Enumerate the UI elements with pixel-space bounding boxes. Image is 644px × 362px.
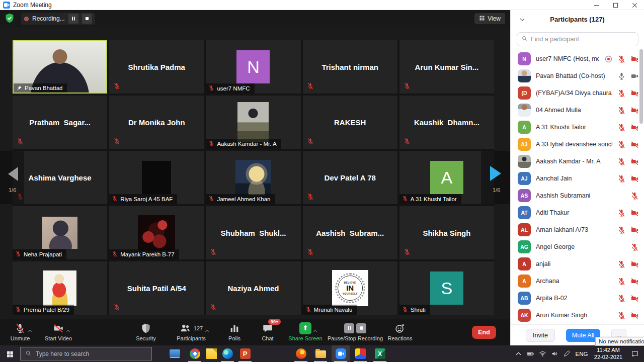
- video-tile[interactable]: RAKESH: [303, 96, 397, 149]
- start-button[interactable]: [0, 345, 20, 362]
- participant-row[interactable]: ABArpita B-02: [511, 290, 644, 307]
- next-page-arrow[interactable]: [490, 166, 501, 181]
- file-explorer-icon[interactable]: [311, 345, 330, 362]
- participant-row[interactable]: AArchana: [511, 273, 644, 290]
- video-tile[interactable]: Dev Patel A 78: [303, 151, 397, 204]
- powerpoint-icon[interactable]: [236, 345, 254, 362]
- edge-icon[interactable]: [218, 345, 236, 362]
- video-tile[interactable]: Shubham Shukl...: [206, 206, 300, 259]
- battery-icon[interactable]: [524, 345, 536, 362]
- participant-search-box[interactable]: [517, 32, 638, 46]
- taskbar-search-box[interactable]: [20, 347, 152, 360]
- video-tile[interactable]: Shikha Singh: [399, 206, 494, 259]
- muted-mic-icon: [404, 82, 411, 89]
- participant-row[interactable]: AA 31 Khushi Tailor: [511, 119, 644, 136]
- zoom-app-icon: [3, 2, 10, 9]
- tray-chevron-up-icon[interactable]: [512, 345, 524, 362]
- participant-row[interactable]: (D(FYBAF)A/34 Divya chaurasiya: [511, 84, 644, 102]
- invite-button[interactable]: Invite: [526, 329, 555, 342]
- video-tile[interactable]: Pavan Bhattad: [13, 40, 107, 94]
- notification-center-icon[interactable]: [626, 345, 644, 362]
- participant-row[interactable]: Aanjali: [511, 255, 644, 273]
- participant-row[interactable]: AGAngel George: [511, 238, 644, 255]
- security-shield-icon[interactable]: [4, 13, 15, 24]
- video-tile[interactable]: Prerna Patel B/29: [13, 261, 107, 315]
- excel-icon[interactable]: [371, 345, 389, 362]
- video-tile[interactable]: Pratham Sagar...: [13, 96, 107, 149]
- chevron-up-icon[interactable]: [65, 327, 71, 332]
- participant-row[interactable]: ATAditi Thakur: [511, 204, 644, 221]
- participant-row[interactable]: Aakash Kamdar - Mr. A: [511, 153, 644, 170]
- participant-name: Shubham Shukl...: [217, 229, 289, 237]
- taskbar-search-input[interactable]: [36, 350, 147, 357]
- participant-name: Aashish Subram...: [313, 229, 387, 237]
- recording-dot-icon: [24, 17, 29, 21]
- video-tile[interactable]: Nuser7 NMFC: [206, 40, 300, 94]
- clock[interactable]: 11:42 AM 22-02-2021: [591, 347, 626, 361]
- participant-row[interactable]: ALAman lakhani A/73: [511, 221, 644, 238]
- view-button[interactable]: View: [474, 13, 505, 24]
- video-tile[interactable]: Naziya Ahmed: [206, 261, 300, 315]
- video-tile[interactable]: Dr Monika John: [109, 96, 204, 149]
- video-tile[interactable]: Aashish Subram...: [303, 206, 397, 259]
- chevron-up-icon[interactable]: [312, 327, 318, 332]
- video-tile[interactable]: Kaushik Dhamn...: [399, 96, 494, 149]
- participant-name: Aanchal Jain: [536, 175, 612, 182]
- firefox-icon[interactable]: [292, 345, 310, 362]
- pause-recording-button[interactable]: [68, 14, 78, 24]
- participant-row[interactable]: AKArun Kumar Singh: [511, 307, 644, 324]
- maximize-button[interactable]: [607, 0, 624, 10]
- end-meeting-button[interactable]: End: [472, 326, 496, 339]
- video-tile[interactable]: Suhita Patil A/54: [109, 261, 204, 315]
- video-tile[interactable]: Ashima Varghese: [13, 151, 107, 204]
- video-tile[interactable]: Shrutika Padma: [109, 40, 204, 94]
- pen-icon[interactable]: [560, 345, 573, 362]
- participant-search-input[interactable]: [531, 36, 634, 43]
- video-off-icon: [630, 123, 639, 132]
- video-tile[interactable]: SShruti: [399, 261, 494, 315]
- muted-mic-icon: [210, 304, 217, 311]
- stop-icon[interactable]: [356, 323, 366, 333]
- video-tile[interactable]: BELIEVEINYOURSELFMrunali Navalu: [303, 261, 397, 315]
- toolbar-start-video-button[interactable]: Start Video: [28, 322, 89, 341]
- muted-mic-icon: [307, 193, 314, 200]
- sticky-notes-icon[interactable]: [202, 345, 220, 362]
- this-pc-icon[interactable]: [166, 345, 184, 362]
- participant-name: anjali: [536, 260, 612, 267]
- participant-row[interactable]: Pavan Bhattad (Co-host): [511, 67, 644, 84]
- video-off-icon: [630, 157, 639, 166]
- participant-name: Arun Kumar Sin...: [412, 63, 482, 71]
- participant-row[interactable]: AJAanchal Jain: [511, 170, 644, 187]
- minimize-button[interactable]: [588, 0, 605, 10]
- toolbar-reactions-button[interactable]: Reactions: [370, 322, 430, 341]
- pause-icon[interactable]: [344, 323, 354, 333]
- muted-mic-icon: [17, 138, 24, 145]
- chrome-icon[interactable]: [186, 345, 204, 362]
- video-tile[interactable]: Jameel Ahmed Khan: [206, 151, 300, 204]
- previous-page-arrow[interactable]: [8, 167, 18, 181]
- zoom-icon[interactable]: [332, 345, 350, 362]
- participant-row[interactable]: A3A 33 fybaf devanshee sonchhatra: [511, 136, 644, 153]
- wifi-icon[interactable]: [536, 345, 548, 362]
- participant-name: Aman lakhani A/73: [536, 226, 612, 233]
- language-indicator[interactable]: ENG: [573, 351, 591, 357]
- stop-recording-button[interactable]: [82, 14, 92, 24]
- video-tile[interactable]: Trishant nirman: [303, 40, 397, 94]
- search-icon: [25, 349, 32, 358]
- participant-row[interactable]: 04 Ahmed Mulla: [511, 102, 644, 119]
- participant-row[interactable]: Nuser7 NMFC (Host, me): [511, 50, 644, 67]
- close-button[interactable]: [626, 0, 643, 10]
- cube-app-icon[interactable]: [351, 345, 369, 362]
- volume-icon[interactable]: [548, 345, 560, 362]
- video-tile[interactable]: Neha Prajapati: [13, 206, 107, 259]
- video-tile[interactable]: Riya Saroj A 45 BAF: [109, 151, 204, 204]
- participant-name: Pratham Sagar...: [26, 118, 94, 127]
- video-tile[interactable]: Arun Kumar Sin...: [399, 40, 494, 94]
- video-tile[interactable]: AA 31 Khushi Tailor: [399, 151, 494, 204]
- video-tile[interactable]: Mayank Parekh B-77: [109, 206, 204, 259]
- participant-row[interactable]: ASAashish Subramani: [511, 187, 644, 204]
- video-off-icon: [630, 174, 639, 183]
- participants-panel: Participants (127) Nuser7 NMFC (Host, me…: [510, 10, 644, 345]
- video-tile[interactable]: Aakash Kamdar - Mr. A: [206, 96, 300, 149]
- panel-scrollbar[interactable]: [639, 49, 643, 124]
